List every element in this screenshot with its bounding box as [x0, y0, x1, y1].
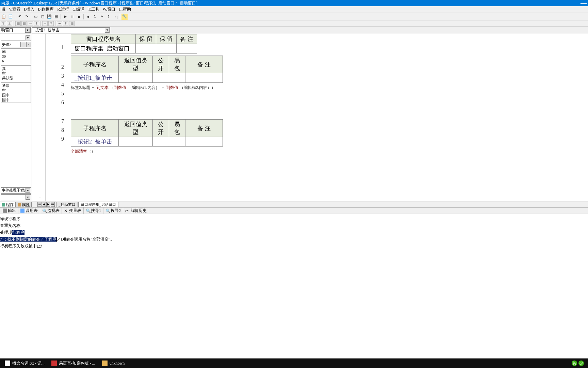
menu-window[interactable]: W.窗口	[103, 6, 115, 12]
dist-h-icon[interactable]: ⇹	[42, 21, 48, 26]
code-line-5[interactable]	[69, 101, 588, 109]
cell-value[interactable]	[185, 137, 223, 147]
tab-properties[interactable]: 属性	[16, 202, 32, 207]
prop-item[interactable]: 国中	[1, 93, 30, 97]
tab-prev-icon[interactable]: ◀	[42, 202, 46, 207]
run-icon[interactable]: ▶	[62, 14, 68, 20]
ellipsis-button[interactable]: …	[21, 42, 26, 47]
align-left-icon[interactable]: ⫪	[1, 21, 6, 26]
tab-output[interactable]: 输出	[1, 208, 18, 214]
tab-cliphistory[interactable]: ✂剪辑历史	[123, 208, 149, 214]
window-icon[interactable]: ▭	[33, 14, 39, 20]
menu-help[interactable]: H.帮助	[119, 6, 131, 12]
cell-value[interactable]	[169, 73, 185, 83]
method-selector[interactable]: _按钮2_被单击 ▼	[32, 27, 110, 33]
save-icon[interactable]: 💾	[46, 14, 52, 20]
cell-value[interactable]	[153, 137, 169, 147]
window-selector[interactable]: 动窗口 ▼	[0, 27, 31, 33]
prop-item[interactable]: 真	[1, 66, 30, 71]
menu-db[interactable]: B.数据库	[38, 6, 54, 12]
tab-program-set[interactable]: 窗口程序集_启动窗口	[78, 202, 119, 207]
prop-value[interactable]: 36	[1, 54, 30, 59]
align-top-icon[interactable]: ▦	[15, 21, 21, 26]
cell-value[interactable]	[119, 73, 153, 83]
step-out-icon[interactable]: ⤴	[105, 14, 112, 20]
tab-callstack[interactable]: 调用表	[18, 208, 40, 214]
tab-next-icon[interactable]: ▶	[46, 202, 50, 207]
ime-indicator[interactable]: 英 ㋡	[572, 361, 587, 366]
prop-value[interactable]: 6	[1, 59, 30, 63]
menu-view[interactable]: V.查看	[9, 6, 20, 12]
run-to-icon[interactable]: →|	[112, 14, 118, 20]
redo-icon[interactable]: ↷	[23, 14, 30, 20]
cell-value[interactable]	[153, 73, 169, 83]
minimize-icon[interactable]: —	[581, 0, 587, 6]
tab-watch[interactable]: 🔍监视表	[40, 208, 62, 214]
stop-icon[interactable]: ■	[76, 14, 82, 20]
cell-value[interactable]	[177, 44, 197, 53]
tab-program[interactable]: 程序	[0, 202, 16, 207]
code-line-4[interactable]	[69, 92, 588, 101]
copy-icon[interactable]: 📋	[1, 14, 7, 20]
step-over-icon[interactable]: ⤵	[92, 14, 98, 20]
taskbar-item-folder[interactable]: unknown	[99, 359, 128, 368]
menu-tools[interactable]: T.工具	[88, 6, 99, 12]
prop-item[interactable]: 空	[1, 88, 30, 93]
menu-compile[interactable]: C.编译	[72, 6, 84, 12]
panel-icon[interactable]: ▤	[53, 14, 59, 20]
align-right-icon[interactable]: ⫫	[7, 21, 12, 26]
tab-start-window[interactable]: _启动窗口	[56, 202, 78, 207]
same-size-icon[interactable]: ▦	[69, 21, 75, 26]
form-icon[interactable]: ▢	[39, 14, 46, 20]
menu-insert[interactable]: I.插入	[24, 6, 34, 12]
lookup-button[interactable]: ◦	[26, 42, 31, 47]
prop-item[interactable]: 通常	[1, 83, 30, 88]
menu-run[interactable]: R.运行	[57, 6, 69, 12]
code-line-3[interactable]: 标签2.标题 ＝ 到文本 （到数值 （编辑框1.内容） ＋ 到数值 （编辑框2.…	[69, 83, 588, 92]
prop-name-input[interactable]: 安钮2	[1, 42, 21, 47]
tab-variables[interactable]: ✕变量表	[62, 208, 84, 214]
prop-item[interactable]: 国中	[1, 97, 30, 102]
code-line-9[interactable]	[69, 155, 588, 164]
cell-value[interactable]	[169, 137, 185, 147]
align-bottom-icon[interactable]: ▦	[21, 21, 27, 26]
event-selector[interactable]: 事件处理子程序 ▼	[1, 187, 31, 194]
same-width-icon[interactable]: ⬌	[57, 21, 62, 26]
tab-first-icon[interactable]: ⏮	[37, 202, 42, 207]
cell-value[interactable]	[156, 44, 177, 53]
tab-last-icon[interactable]: ⏭	[51, 202, 55, 207]
code-line-6[interactable]	[69, 109, 588, 118]
cell-value[interactable]	[185, 73, 223, 83]
taskbar-item-notepad[interactable]: 概念名词.txt - 记...	[1, 359, 48, 368]
taskbar-item-eyuyan[interactable]: 易语言-加密狗版 - ...	[48, 359, 99, 368]
undo-icon[interactable]: ↶	[17, 14, 23, 20]
cell-value[interactable]	[136, 44, 156, 53]
code-editor[interactable]: 1 2 3 4 5 6 7 8 9 窗口程序集名 保 留 保 留 备 注	[32, 34, 588, 201]
cell-value[interactable]: _按钮1_被单击	[71, 73, 119, 83]
down-arrow-icon[interactable]: ↓	[39, 194, 41, 199]
prop-value[interactable]: 08	[1, 49, 30, 54]
prop-item[interactable]: 共认型	[1, 76, 30, 80]
dist-v-icon[interactable]: ⇳	[48, 21, 54, 26]
func-call: 全部清空	[71, 149, 87, 154]
prop-item[interactable]: 空	[1, 71, 30, 76]
prop-selector[interactable]: ▼	[1, 35, 31, 41]
output-panel[interactable]: 译现行程序 查重复名称... 处理现行程序 7)：找不到指定的命令／子程序／Dl…	[0, 214, 588, 286]
center-v-icon[interactable]: ⬍	[34, 21, 39, 26]
paste-icon[interactable]: 📄	[7, 14, 14, 20]
center-h-icon[interactable]: ⬄	[28, 21, 33, 26]
menu-edit[interactable]: 辑	[1, 6, 5, 12]
tab-search2[interactable]: 🔍搜寻2	[103, 208, 123, 214]
breakpoint-icon[interactable]: ●	[85, 14, 91, 20]
tool-icon[interactable]: 🔧	[121, 14, 128, 20]
cell-value[interactable]: _按钮2_被单击	[71, 137, 119, 147]
cell-value[interactable]	[119, 137, 153, 147]
col-header: 备 注	[185, 120, 223, 137]
cell-value[interactable]: 窗口程序集_启动窗口	[71, 44, 136, 53]
same-height-icon[interactable]: ⬍	[63, 21, 68, 26]
tab-search1[interactable]: 🔍搜寻1	[84, 208, 103, 214]
code-line-8[interactable]: 全部清空（）	[69, 147, 588, 155]
pause-icon[interactable]: ⏸	[69, 14, 75, 20]
step-into-icon[interactable]: ⤷	[99, 14, 105, 20]
event-selector-2[interactable]: ▼	[1, 194, 31, 200]
